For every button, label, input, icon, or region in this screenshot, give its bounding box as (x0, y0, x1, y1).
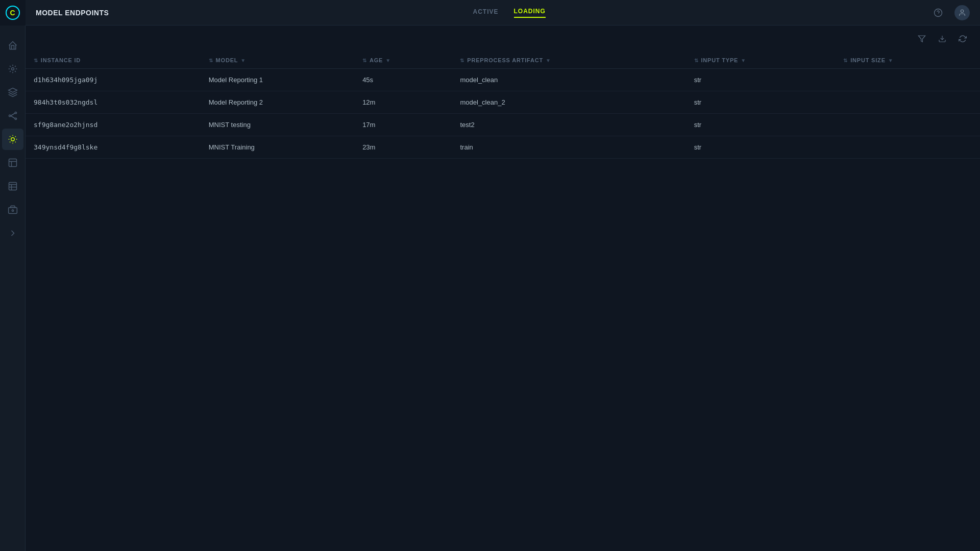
svg-line-5 (10, 116, 14, 118)
cell-model: Model Reporting 2 (201, 91, 354, 114)
col-header-age[interactable]: ⇅ AGE ▼ (354, 52, 452, 69)
table-header-row: ⇅ INSTANCE ID ⇅ MODEL ▼ ⇅ (26, 52, 980, 69)
svg-rect-10 (9, 183, 16, 190)
col-header-preprocess-artifact[interactable]: ⇅ PREPROCESS ARTIFACT ▼ (452, 52, 685, 69)
refresh-button[interactable] (955, 32, 970, 46)
svg-point-16 (934, 9, 942, 16)
cell-age: 17m (354, 114, 452, 136)
user-avatar[interactable] (954, 5, 970, 20)
cell-input-type: str (686, 91, 836, 114)
table-row[interactable]: sf9g8ane2o2hjnsd MNIST testing 17m test2… (26, 114, 980, 136)
cell-input-size (835, 114, 980, 136)
svg-line-4 (10, 113, 14, 116)
logo-icon (6, 6, 20, 20)
svg-rect-14 (8, 208, 17, 214)
sidebar-item-models[interactable] (2, 58, 23, 80)
sidebar-item-tables[interactable] (2, 176, 23, 197)
cell-model: MNIST testing (201, 114, 354, 136)
cell-input-size (835, 91, 980, 114)
table-area: ⇅ INSTANCE ID ⇅ MODEL ▼ ⇅ (26, 26, 980, 551)
page-title: MODEL ENDPOINTS (36, 9, 109, 17)
topbar: MODEL ENDPOINTS ACTIVE LOADING (26, 0, 980, 26)
svg-point-1 (9, 115, 10, 116)
tab-active[interactable]: ACTIVE (473, 8, 499, 17)
app-logo[interactable] (0, 0, 26, 26)
cell-instance-id: d1h634h095jga09j (26, 69, 201, 91)
sidebar-item-home[interactable] (2, 35, 23, 56)
svg-marker-19 (918, 36, 925, 42)
cell-instance-id: 349ynsd4f9g8lske (26, 136, 201, 159)
svg-point-0 (11, 68, 14, 70)
help-button[interactable] (930, 5, 946, 21)
cell-model: Model Reporting 1 (201, 69, 354, 91)
svg-point-18 (961, 10, 963, 12)
col-header-input-type[interactable]: ⇅ INPUT TYPE ▼ (686, 52, 836, 69)
sidebar-item-pipeline[interactable] (2, 222, 23, 244)
col-header-model[interactable]: ⇅ MODEL ▼ (201, 52, 354, 69)
svg-point-15 (12, 210, 13, 211)
table-row[interactable]: 984h3t0s032ngdsl Model Reporting 2 12m m… (26, 91, 980, 114)
cell-preprocess-artifact: model_clean (452, 69, 685, 91)
filter-button[interactable] (915, 32, 929, 46)
data-table: ⇅ INSTANCE ID ⇅ MODEL ▼ ⇅ (26, 52, 980, 159)
cell-instance-id: sf9g8ane2o2hjnsd (26, 114, 201, 136)
cell-age: 12m (354, 91, 452, 114)
table-row[interactable]: 349ynsd4f9g8lske MNIST Training 23m trai… (26, 136, 980, 159)
cell-input-type: str (686, 114, 836, 136)
sidebar-nav (2, 31, 23, 551)
cell-input-type: str (686, 136, 836, 159)
cell-preprocess-artifact: train (452, 136, 685, 159)
svg-point-6 (11, 138, 14, 141)
col-header-instance-id[interactable]: ⇅ INSTANCE ID (26, 52, 201, 69)
main-content: MODEL ENDPOINTS ACTIVE LOADING (26, 0, 980, 551)
cell-age: 45s (354, 69, 452, 91)
sidebar (0, 0, 26, 551)
cell-instance-id: 984h3t0s032ngdsl (26, 91, 201, 114)
table-toolbar (26, 26, 980, 52)
svg-point-2 (15, 112, 16, 114)
download-button[interactable] (935, 32, 949, 46)
tab-loading[interactable]: LOADING (514, 8, 546, 18)
svg-point-3 (15, 118, 16, 119)
cell-model: MNIST Training (201, 136, 354, 159)
svg-rect-7 (9, 159, 16, 167)
sidebar-item-endpoints[interactable] (2, 129, 23, 150)
cell-input-size (835, 136, 980, 159)
sidebar-item-layers[interactable] (2, 82, 23, 103)
cell-preprocess-artifact: test2 (452, 114, 685, 136)
cell-age: 23m (354, 136, 452, 159)
topbar-tabs: ACTIVE LOADING (473, 8, 546, 18)
cell-input-size (835, 69, 980, 91)
sidebar-item-reports[interactable] (2, 152, 23, 173)
sidebar-item-deploy[interactable] (2, 199, 23, 220)
cell-input-type: str (686, 69, 836, 91)
table-row[interactable]: d1h634h095jga09j Model Reporting 1 45s m… (26, 69, 980, 91)
cell-preprocess-artifact: model_clean_2 (452, 91, 685, 114)
topbar-actions (930, 5, 970, 21)
sidebar-item-graph[interactable] (2, 105, 23, 127)
col-header-input-size[interactable]: ⇅ INPUT SIZE ▼ (835, 52, 980, 69)
table-body: d1h634h095jga09j Model Reporting 1 45s m… (26, 69, 980, 159)
